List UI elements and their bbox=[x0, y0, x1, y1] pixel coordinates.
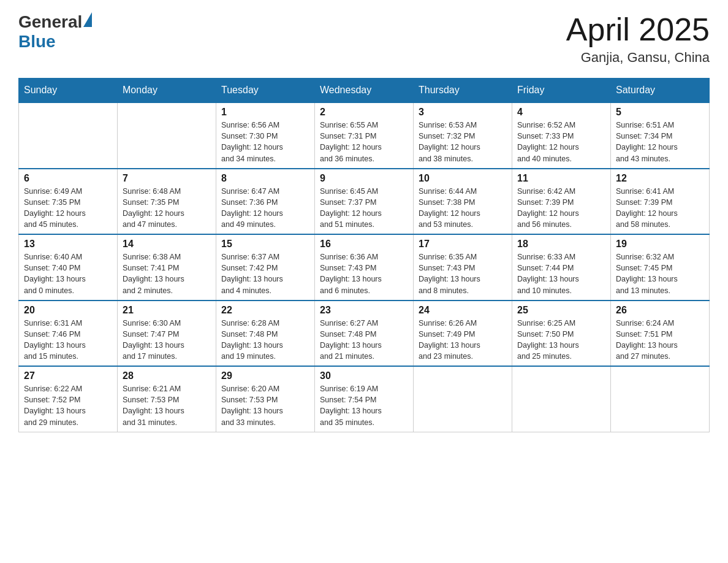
calendar-cell: 12Sunrise: 6:41 AMSunset: 7:39 PMDayligh… bbox=[611, 169, 710, 235]
day-info: Sunrise: 6:35 AMSunset: 7:43 PMDaylight:… bbox=[419, 251, 507, 296]
title-section: April 2025 Ganjia, Gansu, China bbox=[566, 12, 710, 66]
weekday-header-friday: Friday bbox=[512, 79, 611, 103]
day-info: Sunrise: 6:31 AMSunset: 7:46 PMDaylight:… bbox=[24, 318, 112, 362]
weekday-header-saturday: Saturday bbox=[611, 79, 710, 103]
calendar-header: SundayMondayTuesdayWednesdayThursdayFrid… bbox=[19, 79, 710, 103]
day-number: 9 bbox=[320, 173, 408, 184]
day-info: Sunrise: 6:44 AMSunset: 7:38 PMDaylight:… bbox=[419, 186, 507, 231]
day-info: Sunrise: 6:21 AMSunset: 7:53 PMDaylight:… bbox=[123, 383, 211, 428]
day-info: Sunrise: 6:42 AMSunset: 7:39 PMDaylight:… bbox=[517, 186, 605, 231]
day-info: Sunrise: 6:26 AMSunset: 7:49 PMDaylight:… bbox=[419, 318, 507, 362]
calendar-cell: 24Sunrise: 6:26 AMSunset: 7:49 PMDayligh… bbox=[414, 301, 512, 367]
calendar-week-5: 27Sunrise: 6:22 AMSunset: 7:52 PMDayligh… bbox=[19, 366, 710, 432]
day-number: 15 bbox=[221, 239, 309, 250]
day-info: Sunrise: 6:47 AMSunset: 7:36 PMDaylight:… bbox=[221, 186, 309, 231]
logo-blue-text: Blue bbox=[18, 32, 92, 52]
calendar-cell: 22Sunrise: 6:28 AMSunset: 7:48 PMDayligh… bbox=[216, 301, 315, 367]
calendar-cell: 21Sunrise: 6:30 AMSunset: 7:47 PMDayligh… bbox=[118, 301, 216, 367]
calendar-cell: 14Sunrise: 6:38 AMSunset: 7:41 PMDayligh… bbox=[118, 234, 216, 301]
weekday-header-monday: Monday bbox=[118, 79, 216, 103]
day-info: Sunrise: 6:38 AMSunset: 7:41 PMDaylight:… bbox=[123, 251, 211, 296]
day-info: Sunrise: 6:55 AMSunset: 7:31 PMDaylight:… bbox=[320, 120, 408, 164]
weekday-header-sunday: Sunday bbox=[19, 79, 118, 103]
day-number: 27 bbox=[24, 370, 112, 381]
page-header: General Blue April 2025 Ganjia, Gansu, C… bbox=[18, 12, 710, 66]
day-info: Sunrise: 6:40 AMSunset: 7:40 PMDaylight:… bbox=[24, 251, 112, 296]
calendar-body: 1Sunrise: 6:56 AMSunset: 7:30 PMDaylight… bbox=[19, 102, 710, 432]
day-number: 8 bbox=[221, 173, 309, 184]
logo-wrapper: General Blue bbox=[18, 12, 92, 52]
logo: General Blue bbox=[18, 12, 92, 52]
day-number: 16 bbox=[320, 239, 408, 250]
calendar-cell: 8Sunrise: 6:47 AMSunset: 7:36 PMDaylight… bbox=[216, 169, 315, 235]
calendar-cell bbox=[118, 102, 216, 169]
logo-line1: General bbox=[18, 12, 92, 32]
day-number: 10 bbox=[419, 173, 507, 184]
calendar-cell bbox=[19, 102, 118, 169]
day-number: 18 bbox=[517, 239, 605, 250]
calendar-table: SundayMondayTuesdayWednesdayThursdayFrid… bbox=[18, 78, 710, 432]
day-number: 28 bbox=[123, 370, 211, 381]
calendar-cell: 1Sunrise: 6:56 AMSunset: 7:30 PMDaylight… bbox=[216, 102, 315, 169]
day-number: 22 bbox=[221, 305, 309, 316]
day-info: Sunrise: 6:53 AMSunset: 7:32 PMDaylight:… bbox=[419, 120, 507, 164]
day-number: 30 bbox=[320, 370, 408, 381]
day-number: 1 bbox=[221, 107, 309, 118]
calendar-cell: 15Sunrise: 6:37 AMSunset: 7:42 PMDayligh… bbox=[216, 234, 315, 301]
day-number: 20 bbox=[24, 305, 112, 316]
day-number: 26 bbox=[616, 305, 704, 316]
day-info: Sunrise: 6:51 AMSunset: 7:34 PMDaylight:… bbox=[616, 120, 704, 164]
calendar-cell: 13Sunrise: 6:40 AMSunset: 7:40 PMDayligh… bbox=[19, 234, 118, 301]
calendar-cell: 26Sunrise: 6:24 AMSunset: 7:51 PMDayligh… bbox=[611, 301, 710, 367]
calendar-cell: 23Sunrise: 6:27 AMSunset: 7:48 PMDayligh… bbox=[315, 301, 414, 367]
weekday-header-row: SundayMondayTuesdayWednesdayThursdayFrid… bbox=[19, 79, 710, 103]
day-number: 7 bbox=[123, 173, 211, 184]
calendar-cell: 19Sunrise: 6:32 AMSunset: 7:45 PMDayligh… bbox=[611, 234, 710, 301]
calendar-cell: 3Sunrise: 6:53 AMSunset: 7:32 PMDaylight… bbox=[414, 102, 512, 169]
calendar-cell: 4Sunrise: 6:52 AMSunset: 7:33 PMDaylight… bbox=[512, 102, 611, 169]
day-info: Sunrise: 6:52 AMSunset: 7:33 PMDaylight:… bbox=[517, 120, 605, 164]
day-info: Sunrise: 6:41 AMSunset: 7:39 PMDaylight:… bbox=[616, 186, 704, 231]
day-info: Sunrise: 6:48 AMSunset: 7:35 PMDaylight:… bbox=[123, 186, 211, 231]
day-number: 3 bbox=[419, 107, 507, 118]
calendar-cell bbox=[611, 366, 710, 432]
calendar-subtitle: Ganjia, Gansu, China bbox=[566, 50, 710, 66]
calendar-cell: 11Sunrise: 6:42 AMSunset: 7:39 PMDayligh… bbox=[512, 169, 611, 235]
calendar-cell bbox=[414, 366, 512, 432]
day-info: Sunrise: 6:24 AMSunset: 7:51 PMDaylight:… bbox=[616, 318, 704, 362]
calendar-cell: 2Sunrise: 6:55 AMSunset: 7:31 PMDaylight… bbox=[315, 102, 414, 169]
day-number: 11 bbox=[517, 173, 605, 184]
calendar-cell: 30Sunrise: 6:19 AMSunset: 7:54 PMDayligh… bbox=[315, 366, 414, 432]
calendar-cell: 28Sunrise: 6:21 AMSunset: 7:53 PMDayligh… bbox=[118, 366, 216, 432]
day-info: Sunrise: 6:37 AMSunset: 7:42 PMDaylight:… bbox=[221, 251, 309, 296]
day-info: Sunrise: 6:25 AMSunset: 7:50 PMDaylight:… bbox=[517, 318, 605, 362]
day-number: 5 bbox=[616, 107, 704, 118]
calendar-cell: 9Sunrise: 6:45 AMSunset: 7:37 PMDaylight… bbox=[315, 169, 414, 235]
calendar-cell: 27Sunrise: 6:22 AMSunset: 7:52 PMDayligh… bbox=[19, 366, 118, 432]
logo-triangle-icon bbox=[83, 12, 92, 27]
day-info: Sunrise: 6:19 AMSunset: 7:54 PMDaylight:… bbox=[320, 383, 408, 428]
weekday-header-wednesday: Wednesday bbox=[315, 79, 414, 103]
day-number: 13 bbox=[24, 239, 112, 250]
calendar-cell: 25Sunrise: 6:25 AMSunset: 7:50 PMDayligh… bbox=[512, 301, 611, 367]
calendar-cell: 17Sunrise: 6:35 AMSunset: 7:43 PMDayligh… bbox=[414, 234, 512, 301]
day-number: 2 bbox=[320, 107, 408, 118]
calendar-week-2: 6Sunrise: 6:49 AMSunset: 7:35 PMDaylight… bbox=[19, 169, 710, 235]
calendar-cell: 29Sunrise: 6:20 AMSunset: 7:53 PMDayligh… bbox=[216, 366, 315, 432]
day-info: Sunrise: 6:45 AMSunset: 7:37 PMDaylight:… bbox=[320, 186, 408, 231]
calendar-week-3: 13Sunrise: 6:40 AMSunset: 7:40 PMDayligh… bbox=[19, 234, 710, 301]
day-info: Sunrise: 6:20 AMSunset: 7:53 PMDaylight:… bbox=[221, 383, 309, 428]
calendar-week-4: 20Sunrise: 6:31 AMSunset: 7:46 PMDayligh… bbox=[19, 301, 710, 367]
day-number: 23 bbox=[320, 305, 408, 316]
calendar-cell: 16Sunrise: 6:36 AMSunset: 7:43 PMDayligh… bbox=[315, 234, 414, 301]
calendar-cell: 7Sunrise: 6:48 AMSunset: 7:35 PMDaylight… bbox=[118, 169, 216, 235]
day-number: 14 bbox=[123, 239, 211, 250]
day-number: 19 bbox=[616, 239, 704, 250]
calendar-cell: 5Sunrise: 6:51 AMSunset: 7:34 PMDaylight… bbox=[611, 102, 710, 169]
day-number: 29 bbox=[221, 370, 309, 381]
day-info: Sunrise: 6:36 AMSunset: 7:43 PMDaylight:… bbox=[320, 251, 408, 296]
day-info: Sunrise: 6:32 AMSunset: 7:45 PMDaylight:… bbox=[616, 251, 704, 296]
calendar-cell: 6Sunrise: 6:49 AMSunset: 7:35 PMDaylight… bbox=[19, 169, 118, 235]
day-info: Sunrise: 6:30 AMSunset: 7:47 PMDaylight:… bbox=[123, 318, 211, 362]
calendar-cell: 10Sunrise: 6:44 AMSunset: 7:38 PMDayligh… bbox=[414, 169, 512, 235]
